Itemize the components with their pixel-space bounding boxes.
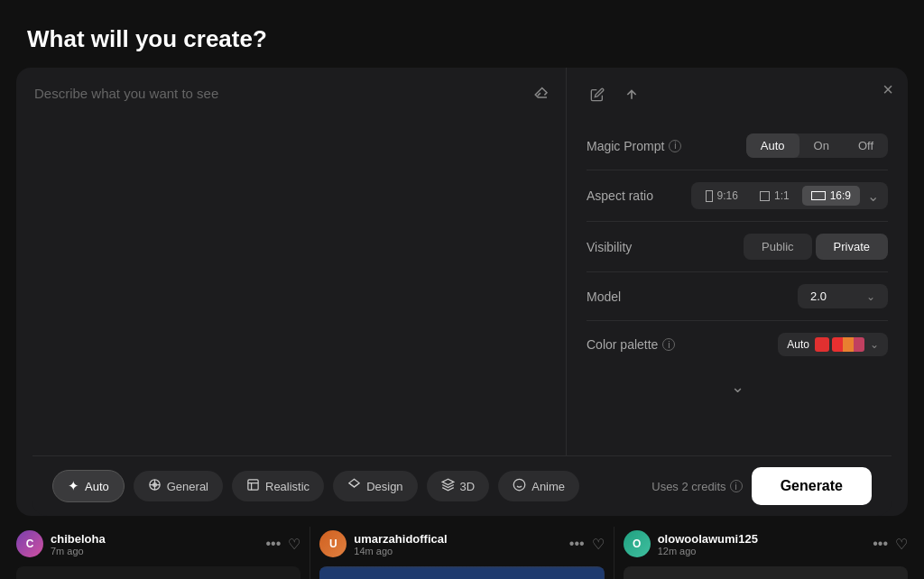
model-chevron-icon: ⌄ bbox=[866, 290, 875, 303]
feed-user-row-2: O olowoolawumi125 12m ago ••• ♡ bbox=[624, 527, 908, 561]
feed-row: C chibeloha 7m ago ••• ♡ U umarzahidoffi… bbox=[0, 516, 924, 579]
more-options-2[interactable]: ••• bbox=[873, 536, 888, 552]
magic-prompt-label: Magic Prompt i bbox=[587, 139, 681, 153]
expand-row: ⌄ bbox=[587, 368, 888, 397]
prompt-input[interactable] bbox=[16, 68, 566, 455]
visibility-options: Public Private bbox=[744, 234, 888, 260]
feed-image-2 bbox=[624, 566, 908, 579]
like-button-2[interactable]: ♡ bbox=[895, 536, 908, 553]
aspect-ratio-row: Aspect ratio 9:16 1:1 16:9 ⌄ bbox=[587, 170, 888, 222]
magic-prompt-auto[interactable]: Auto bbox=[746, 133, 799, 158]
style-realistic-button[interactable]: Realistic bbox=[232, 471, 324, 501]
generate-button[interactable]: Generate bbox=[752, 467, 872, 505]
avatar-0: C bbox=[16, 530, 43, 557]
model-dropdown[interactable]: 2.0 ⌄ bbox=[798, 284, 888, 308]
color-palette-selector[interactable]: Auto ⌄ bbox=[778, 333, 888, 356]
aspect-ratio-label: Aspect ratio bbox=[587, 188, 653, 203]
style-3d-icon bbox=[441, 478, 455, 494]
textarea-toolbar bbox=[530, 80, 553, 104]
magic-prompt-info[interactable]: i bbox=[669, 140, 681, 152]
model-row: Model 2.0 ⌄ bbox=[587, 272, 888, 321]
credits-label: Uses 2 credits i bbox=[651, 480, 742, 493]
square-icon bbox=[760, 191, 770, 201]
style-realistic-icon bbox=[246, 478, 260, 494]
time-0: 7m ago bbox=[51, 546, 259, 556]
svg-point-3 bbox=[513, 479, 525, 491]
style-anime-icon bbox=[513, 478, 526, 494]
style-design-icon bbox=[347, 478, 361, 494]
magic-prompt-row: Magic Prompt i Auto On Off bbox=[587, 122, 888, 170]
color-palette-label: Color palette i bbox=[587, 337, 675, 352]
visibility-row: Visibility Public Private bbox=[587, 222, 888, 272]
more-options-0[interactable]: ••• bbox=[266, 536, 282, 552]
like-button-0[interactable]: ♡ bbox=[288, 536, 300, 553]
visibility-label: Visibility bbox=[587, 240, 632, 254]
settings-icons-row: × bbox=[587, 84, 888, 106]
style-3d-button[interactable]: 3D bbox=[427, 471, 490, 501]
feed-card-2: O olowoolawumi125 12m ago ••• ♡ bbox=[624, 527, 908, 579]
user-info-0: chibeloha 7m ago bbox=[51, 532, 259, 556]
svg-rect-2 bbox=[248, 480, 258, 490]
magic-prompt-off[interactable]: Off bbox=[844, 133, 888, 158]
model-label: Model bbox=[587, 290, 621, 304]
more-options-1[interactable]: ••• bbox=[569, 536, 585, 552]
prompt-section bbox=[16, 68, 567, 455]
bottom-toolbar: ✦ Auto General Realistic Design 3D bbox=[32, 455, 892, 516]
model-value: 2.0 bbox=[810, 290, 827, 303]
style-auto-button[interactable]: ✦ Auto bbox=[52, 470, 125, 502]
style-general-button[interactable]: General bbox=[134, 471, 223, 501]
style-anime-button[interactable]: Anime bbox=[498, 471, 579, 501]
upload-icon[interactable] bbox=[621, 84, 642, 106]
swatch-multi bbox=[832, 337, 864, 352]
feed-user-row-1: U umarzahidoffical 14m ago ••• ♡ bbox=[319, 527, 604, 561]
style-general-icon bbox=[148, 478, 162, 494]
feed-image-0 bbox=[16, 566, 300, 579]
eraser-icon[interactable] bbox=[530, 80, 553, 104]
magic-prompt-options: Auto On Off bbox=[746, 133, 888, 158]
expand-settings-button[interactable]: ⌄ bbox=[731, 377, 744, 397]
avatar-1: U bbox=[319, 530, 346, 557]
feed-card-1: U umarzahidoffical 14m ago ••• ♡ bbox=[319, 527, 614, 579]
aspect-more-button[interactable]: ⌄ bbox=[864, 188, 882, 205]
magic-prompt-on[interactable]: On bbox=[799, 133, 844, 158]
aspect-1-1[interactable]: 1:1 bbox=[751, 186, 799, 206]
palette-chevron-icon: ⌄ bbox=[870, 338, 879, 351]
swatch-red bbox=[815, 337, 829, 352]
user-info-2: olowoolawumi125 12m ago bbox=[658, 532, 866, 556]
like-button-1[interactable]: ♡ bbox=[592, 536, 605, 553]
visibility-private[interactable]: Private bbox=[816, 234, 888, 260]
palette-auto: Auto bbox=[787, 338, 809, 351]
style-design-button[interactable]: Design bbox=[333, 471, 417, 501]
portrait-icon bbox=[706, 190, 713, 202]
aspect-16-9[interactable]: 16:9 bbox=[802, 186, 860, 206]
username-1: umarzahidoffical bbox=[354, 532, 562, 546]
credits-info-icon[interactable]: i bbox=[730, 480, 743, 492]
username-0: chibeloha bbox=[51, 532, 259, 546]
avatar-2: O bbox=[624, 530, 651, 557]
time-1: 14m ago bbox=[354, 546, 562, 556]
landscape-icon bbox=[811, 191, 826, 200]
settings-panel: × Magic Prompt i Auto On Off Aspect rati… bbox=[567, 68, 908, 455]
close-button[interactable]: × bbox=[882, 80, 893, 98]
time-2: 12m ago bbox=[658, 546, 866, 556]
aspect-ratio-options: 9:16 1:1 16:9 ⌄ bbox=[691, 182, 888, 209]
feed-user-row-0: C chibeloha 7m ago ••• ♡ bbox=[16, 527, 300, 561]
username-2: olowoolawumi125 bbox=[658, 532, 866, 546]
aspect-9-16[interactable]: 9:16 bbox=[697, 186, 747, 206]
feed-image-1 bbox=[319, 566, 604, 579]
svg-rect-4 bbox=[319, 568, 604, 579]
color-palette-info[interactable]: i bbox=[662, 338, 675, 351]
color-palette-row: Color palette i Auto ⌄ bbox=[587, 321, 888, 368]
color-swatches bbox=[815, 337, 864, 352]
page-title: What will you create? bbox=[0, 0, 924, 68]
user-info-1: umarzahidoffical 14m ago bbox=[354, 532, 562, 556]
visibility-public[interactable]: Public bbox=[744, 234, 811, 260]
feed-card-0: C chibeloha 7m ago ••• ♡ bbox=[16, 527, 310, 579]
pencil-icon[interactable] bbox=[587, 84, 608, 106]
style-auto-icon: ✦ bbox=[68, 478, 79, 494]
main-panel: × Magic Prompt i Auto On Off Aspect rati… bbox=[16, 68, 908, 516]
